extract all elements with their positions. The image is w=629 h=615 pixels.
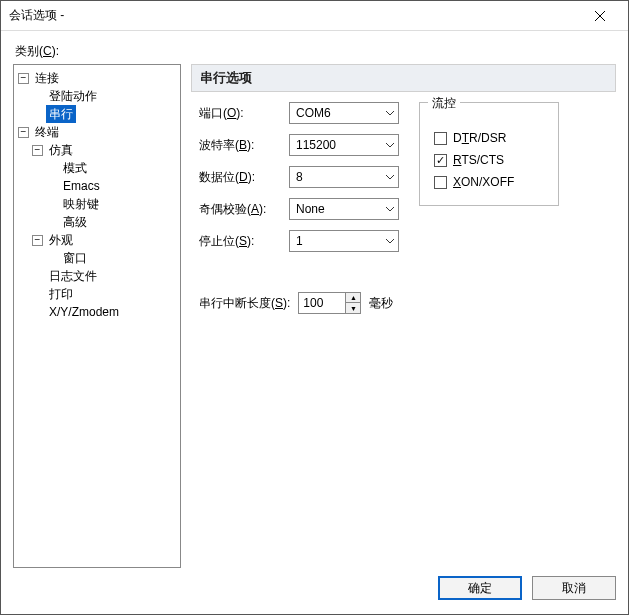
footer: 确定 取消 <box>13 568 616 604</box>
ok-button[interactable]: 确定 <box>438 576 522 600</box>
collapse-icon[interactable]: − <box>32 235 43 246</box>
tree-item-terminal[interactable]: − 终端 <box>18 123 178 141</box>
parity-select[interactable]: None <box>289 198 399 220</box>
spinner-up[interactable]: ▲ <box>346 293 360 303</box>
rts-checkbox-row[interactable]: RTS/CTS <box>434 149 544 171</box>
tree-item-mode[interactable]: 模式 <box>46 159 178 177</box>
collapse-icon[interactable]: − <box>18 73 29 84</box>
collapse-icon[interactable]: − <box>32 145 43 156</box>
chevron-down-icon <box>386 202 394 216</box>
tree-item-print[interactable]: 打印 <box>32 285 178 303</box>
flowcontrol-legend: 流控 <box>428 95 460 112</box>
titlebar: 会话选项 - <box>1 1 628 31</box>
collapse-icon[interactable]: − <box>18 127 29 138</box>
category-label: 类别(C): <box>15 43 616 60</box>
port-select[interactable]: COM6 <box>289 102 399 124</box>
baud-select[interactable]: 115200 <box>289 134 399 156</box>
section-title: 串行选项 <box>191 64 616 92</box>
tree-item-appearance[interactable]: − 外观 <box>32 231 178 249</box>
stopbits-select[interactable]: 1 <box>289 230 399 252</box>
break-length-input[interactable] <box>299 293 345 313</box>
rts-checkbox[interactable] <box>434 154 447 167</box>
chevron-down-icon <box>386 170 394 184</box>
tree-item-mapkey[interactable]: 映射键 <box>46 195 178 213</box>
dialog-body: 类别(C): − 连接 登陆动作 串行 <box>1 31 628 614</box>
tree-item-window[interactable]: 窗口 <box>46 249 178 267</box>
spinner-down[interactable]: ▼ <box>346 303 360 313</box>
xon-checkbox[interactable] <box>434 176 447 189</box>
flowcontrol-group: 流控 DTR/DSR RTS/CTS XON/XOFF <box>419 102 559 206</box>
tree-item-advanced[interactable]: 高级 <box>46 213 178 231</box>
break-length-spinner[interactable]: ▲ ▼ <box>298 292 361 314</box>
form-grid: 端口(O): COM6 波特率(B): 115200 数据位(D): 8 奇偶校… <box>199 102 399 252</box>
port-label: 端口(O): <box>199 105 289 122</box>
databits-label: 数据位(D): <box>199 169 289 186</box>
break-length-unit: 毫秒 <box>369 295 393 312</box>
close-button[interactable] <box>580 2 620 30</box>
break-length-label: 串行中断长度(S): <box>199 295 290 312</box>
xon-label: XON/XOFF <box>453 175 514 189</box>
tree-item-emacs[interactable]: Emacs <box>46 177 178 195</box>
xon-checkbox-row[interactable]: XON/XOFF <box>434 171 544 193</box>
tree-item-xyzmodem[interactable]: X/Y/Zmodem <box>32 303 178 321</box>
tree-item-emulation[interactable]: − 仿真 <box>32 141 178 159</box>
main-area: − 连接 登陆动作 串行 − 终端 <box>13 64 616 568</box>
dialog-window: 会话选项 - 类别(C): − 连接 登陆动作 串行 <box>0 0 629 615</box>
chevron-down-icon <box>386 234 394 248</box>
chevron-down-icon <box>386 106 394 120</box>
tree-item-connection[interactable]: − 连接 <box>18 69 178 87</box>
tree-item-logfile[interactable]: 日志文件 <box>32 267 178 285</box>
baud-label: 波特率(B): <box>199 137 289 154</box>
dtr-label: DTR/DSR <box>453 131 506 145</box>
dtr-checkbox[interactable] <box>434 132 447 145</box>
databits-select[interactable]: 8 <box>289 166 399 188</box>
cancel-button[interactable]: 取消 <box>532 576 616 600</box>
break-length-row: 串行中断长度(S): ▲ ▼ 毫秒 <box>199 292 616 314</box>
dtr-checkbox-row[interactable]: DTR/DSR <box>434 127 544 149</box>
chevron-down-icon <box>386 138 394 152</box>
category-tree[interactable]: − 连接 登陆动作 串行 − 终端 <box>13 64 181 568</box>
form-area: 端口(O): COM6 波特率(B): 115200 数据位(D): 8 奇偶校… <box>191 92 616 262</box>
close-icon <box>595 11 605 21</box>
tree-item-login[interactable]: 登陆动作 <box>32 87 178 105</box>
rts-label: RTS/CTS <box>453 153 504 167</box>
stopbits-label: 停止位(S): <box>199 233 289 250</box>
tree-item-serial[interactable]: 串行 <box>32 105 178 123</box>
content-panel: 串行选项 端口(O): COM6 波特率(B): 115200 数据位(D): … <box>191 64 616 568</box>
parity-label: 奇偶校验(A): <box>199 201 289 218</box>
window-title: 会话选项 - <box>9 7 580 24</box>
